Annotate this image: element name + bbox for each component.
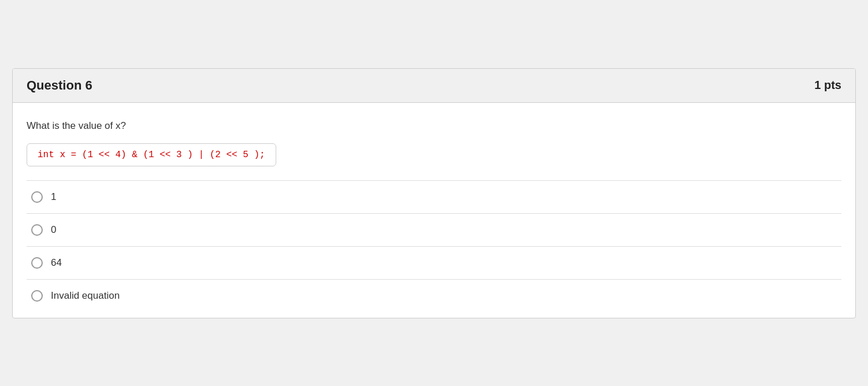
radio-3[interactable] [31,257,43,269]
option-label-1: 1 [51,191,56,203]
question-title: Question 6 [27,78,92,93]
code-block: int x = (1 << 4) & (1 << 3 ) | (2 << 5 )… [27,143,276,166]
option-label-4: Invalid equation [51,290,120,302]
radio-4[interactable] [31,290,43,302]
question-body: What is the value of x? int x = (1 << 4)… [13,103,855,318]
question-card: Question 6 1 pts What is the value of x?… [12,68,856,318]
question-points: 1 pts [814,79,841,92]
option-label-2: 0 [51,224,56,236]
option-item-4[interactable]: Invalid equation [27,280,841,312]
option-label-3: 64 [51,257,62,269]
option-item-1[interactable]: 1 [27,181,841,214]
options-list: 1 0 64 Invalid equation [27,180,841,312]
question-header: Question 6 1 pts [13,69,855,103]
radio-1[interactable] [31,191,43,203]
option-item-2[interactable]: 0 [27,214,841,247]
question-text: What is the value of x? [27,120,841,132]
option-item-3[interactable]: 64 [27,247,841,280]
radio-2[interactable] [31,224,43,236]
